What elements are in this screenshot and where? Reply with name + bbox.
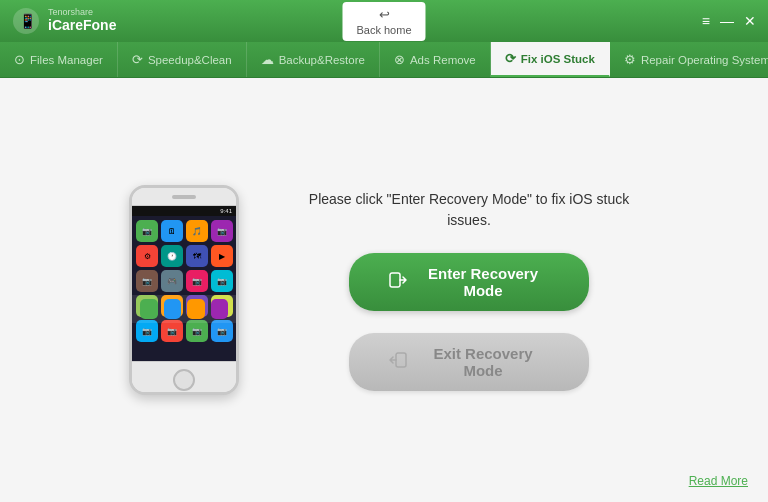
enter-recovery-icon <box>389 271 407 293</box>
enter-recovery-label: Enter Recovery Mode <box>417 265 549 299</box>
ads-remove-label: Ads Remove <box>410 54 476 66</box>
app-branding: 📱 Tenorshare iCareFone <box>12 7 116 35</box>
svg-rect-2 <box>390 273 400 287</box>
speedup-clean-icon: ⟳ <box>132 52 143 67</box>
nav-item-fix-ios-stuck[interactable]: ⟳ Fix iOS Stuck <box>491 42 610 77</box>
right-panel: Please click "Enter Recovery Mode" to fi… <box>299 189 639 391</box>
read-more-link[interactable]: Read More <box>689 474 748 488</box>
phone-bottom-bar <box>132 361 236 395</box>
phone-home-button <box>173 369 195 391</box>
phone-speaker <box>172 195 196 199</box>
back-arrow-icon: ↩ <box>379 7 390 22</box>
exit-recovery-button[interactable]: Exit Recovery Mode <box>349 333 589 391</box>
nav-item-ads-remove[interactable]: ⊗ Ads Remove <box>380 42 491 77</box>
menu-button[interactable]: ≡ <box>702 14 710 28</box>
phone-screen: 9:41 📷 🗓 🎵 📷 ⚙ 🕐 🗺 ▶ 📷 🎮 📷 📷 📷 <box>132 206 236 361</box>
enter-recovery-button[interactable]: Enter Recovery Mode <box>349 253 589 311</box>
exit-recovery-icon <box>389 351 407 373</box>
phone-illustration: 9:41 📷 🗓 🎵 📷 ⚙ 🕐 🗺 ▶ 📷 🎮 📷 📷 📷 <box>129 185 239 395</box>
app-logo-icon: 📱 <box>12 7 40 35</box>
title-bar: 📱 Tenorshare iCareFone ↩ Back home ≡ — ✕ <box>0 0 768 42</box>
fix-ios-stuck-label: Fix iOS Stuck <box>521 53 595 65</box>
app-name: iCareFone <box>48 18 116 33</box>
backup-restore-icon: ☁ <box>261 52 274 67</box>
main-content: 9:41 📷 🗓 🎵 📷 ⚙ 🕐 🗺 ▶ 📷 🎮 📷 📷 📷 <box>0 78 768 502</box>
back-home-button[interactable]: ↩ Back home <box>342 2 425 41</box>
speedup-clean-label: Speedup&Clean <box>148 54 232 66</box>
fix-ios-stuck-icon: ⟳ <box>505 51 516 66</box>
nav-item-files-manager[interactable]: ⊙ Files Manager <box>0 42 118 77</box>
exit-recovery-label: Exit Recovery Mode <box>417 345 549 379</box>
phone-device: 9:41 📷 🗓 🎵 📷 ⚙ 🕐 🗺 ▶ 📷 🎮 📷 📷 📷 <box>129 185 239 395</box>
phone-top-bar <box>132 188 236 206</box>
nav-item-repair-os[interactable]: ⚙ Repair Operating System <box>610 42 768 77</box>
ads-remove-icon: ⊗ <box>394 52 405 67</box>
svg-rect-3 <box>396 353 406 367</box>
files-manager-label: Files Manager <box>30 54 103 66</box>
nav-item-speedup-clean[interactable]: ⟳ Speedup&Clean <box>118 42 247 77</box>
instruction-text: Please click "Enter Recovery Mode" to fi… <box>299 189 639 231</box>
window-controls: ≡ — ✕ <box>702 14 756 28</box>
close-button[interactable]: ✕ <box>744 14 756 28</box>
svg-text:📱: 📱 <box>19 13 37 30</box>
phone-app-grid: 📷 🗓 🎵 📷 ⚙ 🕐 🗺 ▶ 📷 🎮 📷 📷 📷 📷 📷 📷 <box>132 216 236 346</box>
back-home-label: Back home <box>356 24 411 36</box>
backup-restore-label: Backup&Restore <box>279 54 365 66</box>
app-title: Tenorshare iCareFone <box>48 8 116 33</box>
files-manager-icon: ⊙ <box>14 52 25 67</box>
phone-dock <box>132 295 236 323</box>
repair-os-label: Repair Operating System <box>641 54 768 66</box>
repair-os-icon: ⚙ <box>624 52 636 67</box>
nav-item-backup-restore[interactable]: ☁ Backup&Restore <box>247 42 380 77</box>
minimize-button[interactable]: — <box>720 14 734 28</box>
nav-bar: ⊙ Files Manager ⟳ Speedup&Clean ☁ Backup… <box>0 42 768 78</box>
